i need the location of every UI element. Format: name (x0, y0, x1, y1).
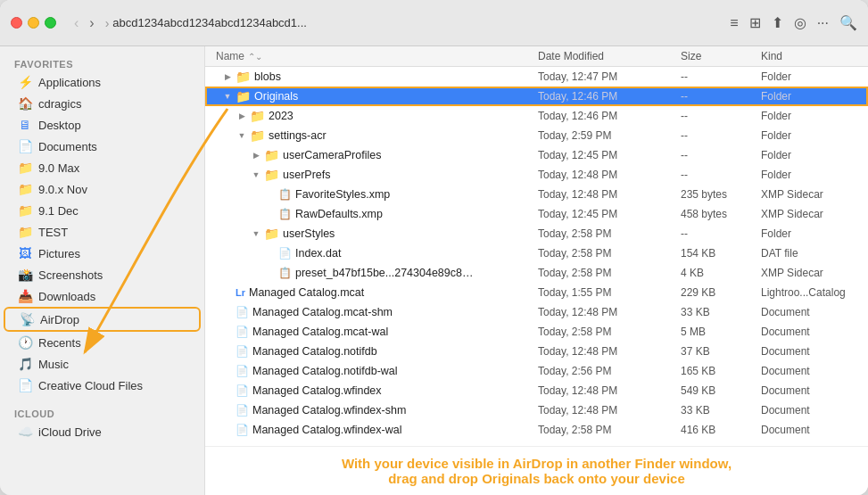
sidebar-item-airdrop[interactable]: 📡 AirDrop (4, 307, 201, 332)
sidebar-item-applications[interactable]: ⚡ Applications (4, 71, 201, 93)
music-icon: 🎵 (18, 357, 32, 371)
file-kind: Document (761, 326, 868, 338)
expand-triangle[interactable]: ▼ (252, 229, 260, 238)
file-date-originals: Today, 12:46 PM (538, 90, 681, 103)
table-row[interactable]: ▶ 📄 Managed Catalog.wfindex-wal Today, 2… (205, 420, 868, 440)
file-name: Managed Catalog.notifdb (252, 345, 377, 358)
sidebar: Favorites ⚡ Applications 🏠 cdragics 🖥 De… (0, 46, 205, 495)
file-name: Managed Catalog.mcat (249, 286, 364, 299)
file-date: Today, 12:48 PM (538, 169, 681, 181)
table-row[interactable]: ▶ 📁 blobs Today, 12:47 PM -- Folder (205, 67, 868, 87)
sidebar-label-cdragics: cdragics (38, 97, 81, 111)
table-row-originals[interactable]: ▼ 📁 Originals Today, 12:46 PM -- Folder (205, 87, 868, 106)
expand-triangle-originals[interactable]: ▼ (223, 92, 232, 101)
file-name-originals: Originals (254, 90, 298, 103)
file-date: Today, 12:45 PM (538, 149, 681, 161)
col-header-size[interactable]: Size (681, 50, 761, 62)
table-row[interactable]: ▶ Lr Managed Catalog.mcat Today, 1:55 PM… (205, 283, 868, 302)
table-row[interactable]: ▶ 📋 FavoriteStyles.xmp Today, 12:48 PM 2… (205, 185, 868, 204)
file-date: Today, 12:48 PM (538, 345, 681, 358)
view-grid-icon[interactable]: ⊞ (749, 14, 761, 31)
home-icon: 🏠 (18, 96, 32, 111)
sidebar-item-9nov[interactable]: 📁 9.0.x Nov (4, 178, 201, 200)
expand-triangle[interactable]: ▼ (237, 131, 246, 140)
file-name: Managed Catalog.notifdb-wal (252, 365, 398, 377)
table-row[interactable]: ▼ 📁 userPrefs Today, 12:48 PM -- Folder (205, 165, 868, 185)
documents-icon: 📄 (18, 139, 32, 153)
file-size: 235 bytes (681, 188, 761, 201)
table-row[interactable]: ▼ 📁 userStyles Today, 2:58 PM -- Folder (205, 224, 868, 243)
file-kind: Folder (761, 227, 868, 240)
sidebar-label-9max: 9.0 Max (38, 161, 79, 175)
table-row[interactable]: ▶ 📋 RawDefaults.xmp Today, 12:45 PM 458 … (205, 204, 868, 224)
file-kind: Folder (761, 110, 868, 122)
back-button[interactable]: ‹ (70, 13, 82, 33)
sidebar-item-desktop[interactable]: 🖥 Desktop (4, 114, 201, 136)
col-header-kind[interactable]: Kind (761, 50, 868, 62)
sidebar-item-9max[interactable]: 📁 9.0 Max (4, 157, 201, 178)
main-content: Name ⌃⌄ Date Modified Size Kind ▶ 📁 blob (205, 46, 868, 495)
fullscreen-button[interactable] (45, 17, 56, 29)
table-row[interactable]: ▶ 📄 Managed Catalog.mcat-shm Today, 12:4… (205, 302, 868, 322)
file-name: 2023 (269, 110, 293, 122)
tag-icon[interactable]: ◎ (794, 14, 806, 31)
sidebar-item-recents[interactable]: 🕐 Recents (4, 332, 201, 353)
sidebar-item-cdragics[interactable]: 🏠 cdragics (4, 93, 201, 114)
sidebar-item-91dec[interactable]: 📁 9.1 Dec (4, 200, 201, 221)
view-list-icon[interactable]: ≡ (730, 15, 738, 31)
more-icon[interactable]: ··· (817, 15, 829, 31)
table-row[interactable]: ▶ 📄 Index.dat Today, 2:58 PM 154 KB DAT … (205, 243, 868, 263)
file-size: 229 KB (681, 286, 761, 299)
file-size: -- (681, 169, 761, 181)
minimize-button[interactable] (28, 17, 39, 29)
table-row[interactable]: ▶ 📋 preset_b47bf15be...274304e89c8e.xmp … (205, 263, 868, 283)
file-name: userCameraProfiles (283, 149, 381, 161)
sidebar-item-screenshots[interactable]: 📸 Screenshots (4, 264, 201, 285)
expand-triangle[interactable]: ▶ (223, 72, 232, 81)
table-row[interactable]: ▶ 📄 Managed Catalog.notifdb-wal Today, 2… (205, 361, 868, 381)
file-kind-originals: Folder (761, 90, 868, 103)
table-row[interactable]: ▶ 📄 Managed Catalog.wfindex Today, 12:48… (205, 381, 868, 400)
folder-icon: 📁 (264, 148, 279, 162)
icloud-label: iCloud (0, 403, 204, 421)
file-size: 37 KB (681, 345, 761, 358)
downloads-icon: 📥 (18, 289, 32, 303)
col-header-name[interactable]: Name ⌃⌄ (205, 50, 538, 62)
sidebar-label-test: TEST (38, 226, 68, 239)
expand-triangle[interactable]: ▶ (237, 111, 246, 120)
sidebar-item-test[interactable]: 📁 TEST (4, 221, 201, 243)
creativecloud-icon: 📄 (18, 378, 32, 392)
expand-triangle[interactable]: ▶ (252, 151, 260, 160)
close-button[interactable] (11, 17, 22, 29)
file-date: Today, 2:58 PM (538, 267, 681, 279)
sidebar-item-pictures[interactable]: 🖼 Pictures (4, 243, 201, 264)
col-header-date[interactable]: Date Modified (538, 50, 681, 62)
xmp-file-icon: 📋 (278, 208, 292, 220)
table-row[interactable]: ▼ 📁 settings-acr Today, 2:59 PM -- Folde… (205, 126, 868, 145)
file-date: Today, 12:48 PM (538, 384, 681, 397)
sidebar-item-music[interactable]: 🎵 Music (4, 353, 201, 375)
file-name: Managed Catalog.wfindex-shm (252, 404, 406, 417)
favorites-label: Favorites (0, 54, 204, 71)
table-row[interactable]: ▶ 📁 2023 Today, 12:46 PM -- Folder (205, 106, 868, 126)
titlebar: ‹ › › abcd1234abcd1234abcd1234abcd1... ≡… (0, 0, 868, 46)
sidebar-label-music: Music (38, 358, 69, 371)
sidebar-item-documents[interactable]: 📄 Documents (4, 136, 201, 157)
sidebar-item-downloads[interactable]: 📥 Downloads (4, 285, 201, 307)
file-date: Today, 12:48 PM (538, 404, 681, 417)
sidebar-item-creativecloud[interactable]: 📄 Creative Cloud Files (4, 375, 201, 396)
screenshots-icon: 📸 (18, 268, 32, 282)
table-row[interactable]: ▶ 📄 Managed Catalog.mcat-wal Today, 2:58… (205, 322, 868, 342)
table-row[interactable]: ▶ 📁 userCameraProfiles Today, 12:45 PM -… (205, 145, 868, 165)
sidebar-item-icloud[interactable]: ☁️ iCloud Drive (4, 421, 201, 442)
expand-triangle[interactable]: ▼ (252, 170, 260, 179)
file-list: ▶ 📁 blobs Today, 12:47 PM -- Folder ▼ 📁 (205, 67, 868, 446)
doc-icon: 📄 (236, 345, 249, 358)
folder-icon-originals: 📁 (236, 89, 251, 103)
table-row[interactable]: ▶ 📄 Managed Catalog.wfindex-shm Today, 1… (205, 400, 868, 420)
forward-button[interactable]: › (86, 13, 97, 33)
share-icon[interactable]: ⬆ (772, 14, 783, 31)
search-icon[interactable]: 🔍 (839, 14, 857, 31)
traffic-lights (11, 17, 56, 29)
table-row[interactable]: ▶ 📄 Managed Catalog.notifdb Today, 12:48… (205, 342, 868, 361)
